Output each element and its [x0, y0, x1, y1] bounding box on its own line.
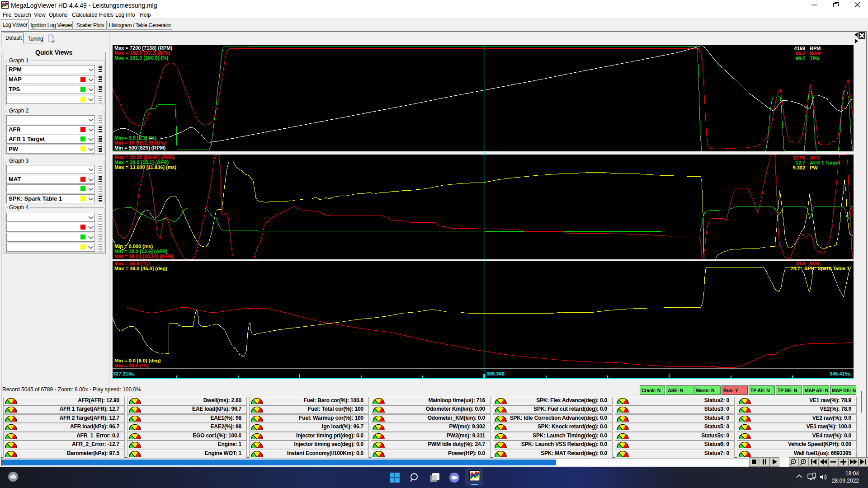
svg-text:Max = 48.0 [45.0] (deg): Max = 48.0 [45.0] (deg): [114, 266, 167, 271]
svg-text:TPS: TPS: [810, 56, 819, 61]
svg-text:PW: PW: [810, 165, 818, 170]
svg-text:9.302: 9.302: [793, 165, 805, 170]
svg-text:327.214s.: 327.214s.: [113, 371, 135, 376]
svg-text:99.7: 99.7: [796, 56, 805, 61]
svg-text:Min = 10.00 [10.10] (AFR): Min = 10.00 [10.10] (AFR): [114, 253, 173, 259]
svg-text:Min = 30.6 (°C): Min = 30.6 (°C): [114, 363, 149, 368]
svg-text:Max = 101.0 [100.0] (%): Max = 101.0 [100.0] (%): [114, 55, 169, 61]
svg-text:Min = 500 [825] (RPM): Min = 500 [825] (RPM): [114, 145, 166, 150]
svg-text:24.7: 24.7: [791, 266, 800, 271]
svg-text:Max = 13.000 [11.836] (ms): Max = 13.000 [11.836] (ms): [114, 164, 177, 170]
svg-text:336.348: 336.348: [486, 371, 505, 376]
svg-text:345.415s.: 345.415s.: [830, 371, 852, 376]
svg-text:SPK: Spark Table 1: SPK: Spark Table 1: [804, 266, 849, 271]
